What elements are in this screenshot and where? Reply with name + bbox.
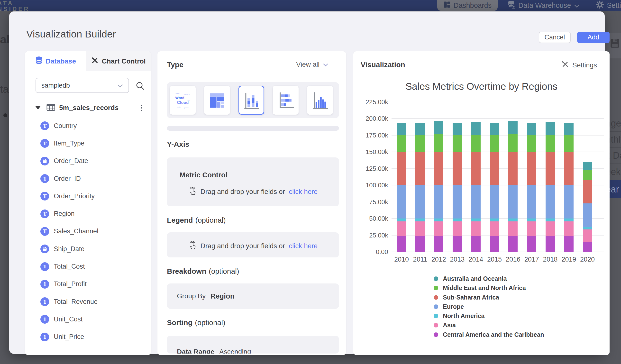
- bar-segment: [527, 221, 536, 236]
- caret-down-icon[interactable]: [35, 106, 41, 109]
- chart-type-tile-stacked-bar[interactable]: [273, 86, 299, 115]
- chart-type-tile-wordcloud[interactable]: livenskeylacemarsWordCloudbindlegrower: [170, 86, 196, 115]
- bar-segment: [564, 152, 573, 185]
- visualization-settings-button[interactable]: Settings: [562, 61, 597, 69]
- field-item[interactable]: 1Total_Cost: [25, 258, 151, 275]
- chart-type-scrollbar[interactable]: [167, 126, 339, 131]
- bar-segment: [415, 152, 425, 185]
- tab-database[interactable]: Database: [25, 51, 86, 71]
- field-item[interactable]: 1Unit_Cost: [25, 311, 151, 328]
- bar-segment: [471, 135, 481, 152]
- bar-segment: [471, 122, 481, 135]
- number-field-icon: 1: [40, 262, 49, 271]
- field-item[interactable]: 1Unit_Price: [25, 328, 151, 346]
- field-item[interactable]: 1Order_ID: [25, 170, 151, 187]
- number-field-icon: 1: [40, 315, 49, 324]
- bar-segment: [397, 185, 406, 219]
- field-item[interactable]: TItem_Type: [25, 135, 151, 152]
- chart-type-tile-stacked-column[interactable]: [239, 86, 264, 115]
- y-axis-tick-label: 100.00k: [359, 182, 388, 189]
- bar-segment: [397, 123, 406, 135]
- metric-control-dropzone[interactable]: Metric Control Drag and drop your fields…: [167, 157, 339, 206]
- nav-item-data-warehouse[interactable]: Data Warehouse: [508, 0, 579, 11]
- breakdown-dropzone[interactable]: Group By Region: [167, 283, 339, 309]
- add-button[interactable]: Add: [577, 32, 610, 43]
- chart-legend-item[interactable]: Europe: [434, 303, 464, 310]
- top-nav-bar: ATA NSIDER Dashboards Data Warehouse Set…: [0, 0, 621, 11]
- field-item[interactable]: Ship_Date: [25, 240, 151, 258]
- chart-legend-item[interactable]: Middle East and North Africa: [434, 284, 526, 292]
- y-axis-tick-label: 0.00: [359, 248, 388, 256]
- search-icon[interactable]: [135, 81, 145, 92]
- drag-drop-text: Drag and drop your fields or: [201, 242, 285, 250]
- chart-legend-item[interactable]: Asia: [434, 322, 456, 329]
- text-field-icon: T: [40, 192, 49, 201]
- field-label: Total_Revenue: [54, 298, 98, 306]
- svg-text:bindle: bindle: [177, 106, 181, 107]
- bar-segment: [490, 135, 499, 152]
- bar-segment: [434, 219, 443, 221]
- click-here-link[interactable]: click here: [289, 242, 318, 250]
- field-item[interactable]: 1Total_Revenue: [25, 293, 151, 311]
- click-here-link[interactable]: click here: [289, 188, 318, 196]
- group-by-value: Region: [210, 292, 234, 300]
- y-axis-tick-label: 175.00k: [359, 132, 388, 139]
- chevron-down-icon: [574, 1, 579, 10]
- text-field-icon: T: [40, 209, 49, 218]
- date-field-icon: [40, 157, 49, 165]
- group-by-link[interactable]: Group By: [177, 292, 206, 300]
- bar-segment: [434, 134, 443, 152]
- table-tree-header[interactable]: 5m_sales_records: [25, 102, 151, 113]
- bar-segment: [546, 185, 555, 219]
- chart-legend-item[interactable]: North America: [434, 312, 484, 319]
- field-label: Total_Profit: [54, 280, 87, 288]
- field-item[interactable]: 1Total_Profit: [25, 276, 151, 293]
- field-label: Sales_Channel: [54, 227, 98, 235]
- metric-control-title: Metric Control: [180, 171, 227, 179]
- chart-legend-item[interactable]: Central America and the Caribbean: [434, 331, 544, 338]
- field-item[interactable]: TSales_Channel: [25, 223, 151, 240]
- background-text-fragment: ta: [0, 83, 9, 95]
- view-all-dropdown[interactable]: View all: [296, 61, 328, 68]
- field-item[interactable]: TCountry: [25, 117, 151, 135]
- visualization-builder-modal: Visualization Builder Cancel Add Databas…: [9, 11, 605, 354]
- chart-legend-item[interactable]: Australia and Oceania: [434, 275, 507, 282]
- database-select[interactable]: sampledb: [35, 78, 129, 93]
- sorting-dropzone[interactable]: Data Range Ascending: [167, 336, 339, 354]
- nav-item-label: Settings: [607, 1, 621, 10]
- cancel-button[interactable]: Cancel: [539, 32, 571, 43]
- field-label: Order_Date: [54, 157, 88, 165]
- field-item[interactable]: Order_Date: [25, 152, 151, 170]
- drag-drop-hint: Drag and drop your fields or click here: [167, 186, 339, 197]
- legend-label: Middle East and North Africa: [443, 284, 526, 292]
- tab-chart-control[interactable]: Chart Control: [86, 51, 151, 71]
- bar-segment: [490, 123, 499, 135]
- chart-type-tile-column[interactable]: [307, 86, 333, 115]
- kebab-menu-icon[interactable]: [136, 102, 147, 113]
- x-axis-tick-label: 2020: [575, 256, 600, 263]
- nav-item-dashboards[interactable]: Dashboards: [437, 0, 498, 11]
- visualization-section-label: Visualization: [361, 61, 405, 69]
- legend-dropzone[interactable]: Drag and drop your fields or click here: [167, 232, 339, 258]
- tab-label: Database: [46, 57, 76, 65]
- bar-segment: [583, 229, 592, 242]
- field-item[interactable]: TOrder_Priority: [25, 187, 151, 205]
- nav-item-settings[interactable]: Settings: [596, 0, 621, 11]
- number-field-icon: 1: [40, 297, 49, 306]
- y-axis-tick-label: 125.00k: [359, 165, 388, 173]
- chevron-down-icon: [117, 82, 123, 89]
- svg-text:Word: Word: [175, 96, 184, 100]
- bar-segment: [397, 219, 406, 221]
- chart-type-tile-treemap[interactable]: [204, 86, 230, 115]
- chart-legend-item[interactable]: Sub-Saharan Africa: [434, 294, 499, 301]
- legend-color-dot: [434, 286, 438, 290]
- tab-label: Chart Control: [102, 57, 146, 65]
- bar-segment: [564, 135, 573, 152]
- field-item[interactable]: TRegion: [25, 205, 151, 222]
- type-section-label: Type: [167, 61, 184, 69]
- y-axis-section-label: Y-Axis: [167, 140, 189, 148]
- bar-segment: [564, 123, 573, 135]
- field-label: Order_Priority: [54, 192, 95, 200]
- field-label: Unit_Cost: [54, 316, 83, 323]
- y-axis-tick-label: 200.00k: [359, 115, 388, 122]
